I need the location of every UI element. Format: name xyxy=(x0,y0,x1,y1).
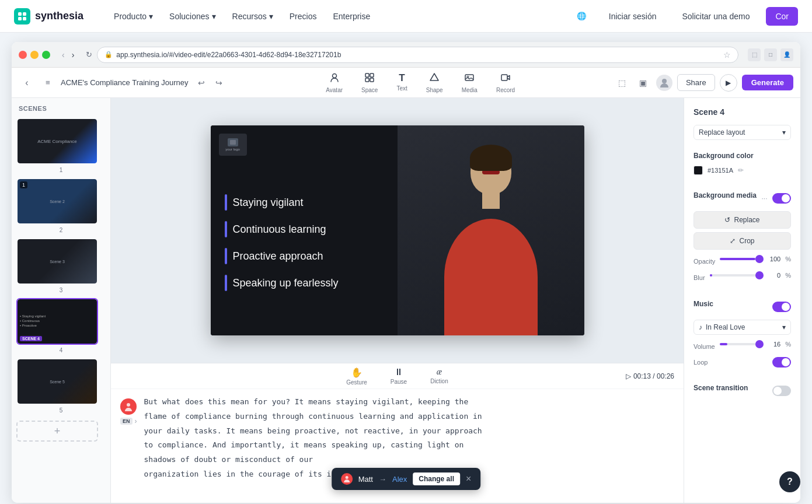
loop-toggle[interactable] xyxy=(772,357,791,368)
record-tool[interactable]: Record xyxy=(492,70,520,96)
color-swatch[interactable] xyxy=(693,166,703,175)
change-all-button[interactable]: Change all xyxy=(413,473,460,485)
bullet-bar-1 xyxy=(225,194,227,211)
forward-arrow-button[interactable]: › xyxy=(69,49,77,61)
chevron-down-icon: ▾ xyxy=(212,12,216,21)
scene-transition-toggle[interactable] xyxy=(772,386,791,396)
canvas-logo-text: your logo xyxy=(225,148,240,151)
scene-thumb-4[interactable]: • Staying vigilant • Continuous • Proact… xyxy=(16,298,98,345)
script-line-4: to compliance. And importantly, it means… xyxy=(144,439,674,452)
gesture-icon: ✋ xyxy=(351,367,363,378)
active-scene-label: SCENE 4 xyxy=(20,336,42,341)
extension-button-3[interactable]: 👤 xyxy=(780,48,793,61)
space-tool-label: Space xyxy=(361,87,378,93)
help-button[interactable]: ? xyxy=(779,471,800,492)
bullet-bar-4 xyxy=(225,275,227,291)
logo[interactable]: synthesia xyxy=(14,8,83,24)
undo-button[interactable]: ↩ xyxy=(193,75,210,91)
record-icon xyxy=(500,72,511,86)
extension-button-2[interactable]: □ xyxy=(764,48,777,61)
back-arrow-button[interactable]: ‹ xyxy=(60,49,67,61)
language-button[interactable]: 🌐 xyxy=(571,6,593,27)
volume-slider[interactable] xyxy=(720,343,760,345)
bullet-bar-2 xyxy=(225,221,227,237)
redo-button[interactable]: ↪ xyxy=(211,75,227,91)
browser-maximize-button[interactable] xyxy=(42,51,50,59)
play-button[interactable]: ▶ xyxy=(720,74,737,92)
bookmark-button[interactable]: ☆ xyxy=(723,50,731,60)
main-content: Scenes ACME Compliance 1 1 Scene 2 2 xyxy=(12,98,800,503)
svg-point-15 xyxy=(345,476,348,479)
scene-thumb-2[interactable]: 1 Scene 2 xyxy=(16,178,98,225)
refresh-button[interactable]: ↻ xyxy=(86,50,92,59)
nav-precios[interactable]: Precios xyxy=(283,8,324,24)
avatar-tool[interactable]: Avatar xyxy=(321,70,347,96)
close-toast-button[interactable]: × xyxy=(466,474,471,484)
url-bar[interactable]: 🔒 app.synthesia.io/#/video-edit/e22a0663… xyxy=(97,47,738,63)
svg-rect-12 xyxy=(501,75,507,80)
avatar-body xyxy=(444,219,538,335)
generate-button[interactable]: Generate xyxy=(742,75,793,90)
browser-close-button[interactable] xyxy=(19,51,27,59)
scenes-label: Scenes xyxy=(16,105,106,112)
nav-recursos[interactable]: Recursos ▾ xyxy=(225,8,280,24)
undo-redo-group: ↩ ↪ xyxy=(193,75,227,91)
music-select[interactable]: ♪ In Real Love ▾ xyxy=(693,320,791,335)
media-tool[interactable]: Media xyxy=(457,70,482,96)
demo-button[interactable]: Solicitar una demo xyxy=(672,7,759,26)
svg-point-14 xyxy=(127,403,130,407)
diction-label: Diction xyxy=(430,378,448,384)
canvas-bullet-list: Staying vigilant Continuous learning Pro… xyxy=(225,194,384,302)
scene-number-4: 4 xyxy=(16,347,106,354)
nav-producto[interactable]: Producto ▾ xyxy=(107,8,160,24)
back-button[interactable]: ‹ xyxy=(19,75,35,91)
music-toggle[interactable] xyxy=(772,302,791,312)
svg-marker-9 xyxy=(430,74,438,80)
layout-button[interactable]: ▣ xyxy=(635,75,651,91)
video-canvas[interactable]: your logo Staying vigilant Con xyxy=(211,125,584,335)
shape-tool[interactable]: Shape xyxy=(421,70,448,96)
text-tool[interactable]: T Text xyxy=(392,70,412,96)
nav-soluciones[interactable]: Soluciones ▾ xyxy=(162,8,223,24)
scene-badge-2: 1 xyxy=(20,181,27,188)
space-tool[interactable]: Space xyxy=(357,70,382,96)
avatar-icon xyxy=(329,72,340,86)
browser-minimize-button[interactable] xyxy=(30,51,39,59)
avatar-figure xyxy=(398,136,584,335)
bullet-text-3: Proactive approach xyxy=(233,250,323,262)
diction-tool[interactable]: æ Diction xyxy=(426,365,453,387)
scene-thumb-1[interactable]: ACME Compliance xyxy=(16,118,98,164)
add-scene-button[interactable]: + xyxy=(16,421,98,442)
edit-color-icon[interactable]: ✏ xyxy=(738,166,744,174)
space-icon xyxy=(364,72,375,86)
crop-button[interactable]: ⤢ Crop xyxy=(693,232,791,250)
zoom-button[interactable]: ⬚ xyxy=(614,75,630,91)
canvas-right xyxy=(398,125,584,335)
scene-number-5: 5 xyxy=(16,407,106,414)
share-button[interactable]: Share xyxy=(677,74,715,91)
browser-bar: ‹ › ↻ 🔒 app.synthesia.io/#/video-edit/e2… xyxy=(12,42,800,68)
opacity-slider[interactable] xyxy=(720,258,759,260)
replace-layout-select[interactable]: Replace layout ▾ xyxy=(693,125,791,140)
cor-button[interactable]: Cor xyxy=(766,7,798,26)
scene-thumb-5[interactable]: Scene 5 xyxy=(16,358,98,405)
svg-rect-10 xyxy=(465,75,473,80)
script-line-3: your daily tasks. It means being proacti… xyxy=(144,425,674,438)
opacity-slider-row: 100 % xyxy=(720,256,791,262)
toolbar-right: ⬚ ▣ Share ▶ Generate xyxy=(614,74,793,92)
more-options-icon[interactable]: ··· xyxy=(762,194,768,202)
browser-window: ‹ › ↻ 🔒 app.synthesia.io/#/video-edit/e2… xyxy=(12,42,800,503)
gesture-tool[interactable]: ✋ Gesture xyxy=(341,365,372,388)
replace-button[interactable]: ↺ Replace xyxy=(693,211,791,229)
script-line-2: flame of compliance burning through cont… xyxy=(144,411,674,423)
extension-button-1[interactable]: ⬚ xyxy=(748,48,761,61)
nav-enterprise[interactable]: Enterprise xyxy=(326,8,377,24)
menu-button[interactable]: ≡ xyxy=(40,75,56,91)
background-media-toggle[interactable] xyxy=(772,193,791,204)
script-line-1: But what does this mean for you? It mean… xyxy=(144,396,674,408)
signin-button[interactable]: Iniciar sesión xyxy=(600,7,666,26)
music-title: Music xyxy=(693,300,713,308)
blur-slider[interactable] xyxy=(710,274,760,276)
pause-tool[interactable]: ⏸ Pause xyxy=(386,365,412,387)
scene-thumb-3[interactable]: Scene 3 xyxy=(16,238,98,285)
